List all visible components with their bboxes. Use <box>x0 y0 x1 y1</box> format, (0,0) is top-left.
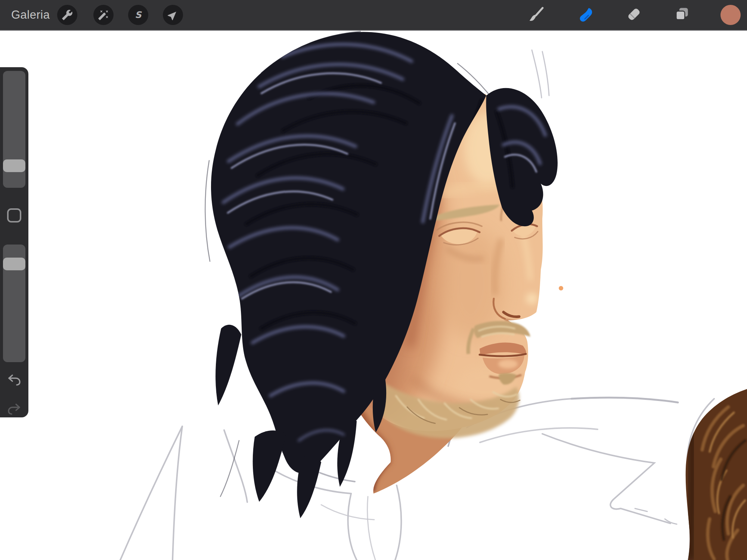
stray-paint-dot <box>559 286 563 290</box>
erase-tool-button[interactable] <box>623 4 644 25</box>
drawing-canvas[interactable] <box>0 30 747 560</box>
s-curve-icon: S <box>133 9 144 21</box>
opacity-handle[interactable] <box>3 258 25 270</box>
smudge-finger-icon <box>577 6 594 24</box>
layers-button[interactable] <box>671 4 692 25</box>
color-swatch[interactable] <box>720 5 741 25</box>
redo-arrow-icon <box>7 411 22 417</box>
undo-arrow-icon <box>7 382 22 388</box>
redo-button[interactable] <box>7 401 22 416</box>
adjustments-button[interactable] <box>93 5 114 25</box>
layers-icon <box>673 6 690 24</box>
brush-size-slider[interactable] <box>3 71 25 188</box>
actions-button[interactable] <box>57 5 77 25</box>
svg-text:S: S <box>135 10 142 20</box>
brush-size-handle[interactable] <box>3 159 25 172</box>
selection-button[interactable]: S <box>128 5 148 25</box>
opacity-slider[interactable] <box>3 245 25 362</box>
paint-tool-button[interactable] <box>526 4 547 25</box>
brush-icon <box>528 6 545 24</box>
modify-button[interactable] <box>7 208 21 223</box>
eraser-icon <box>625 6 642 24</box>
gallery-button[interactable]: Galeria <box>11 0 50 30</box>
transform-button[interactable] <box>163 5 183 25</box>
magic-wand-icon <box>98 9 109 21</box>
brush-sidebar <box>0 67 28 417</box>
smudge-tool-button[interactable] <box>575 4 596 25</box>
undo-button[interactable] <box>7 372 22 387</box>
move-arrow-icon <box>167 9 179 21</box>
top-toolbar: Galeria S <box>0 0 747 31</box>
wrench-icon <box>62 9 73 21</box>
